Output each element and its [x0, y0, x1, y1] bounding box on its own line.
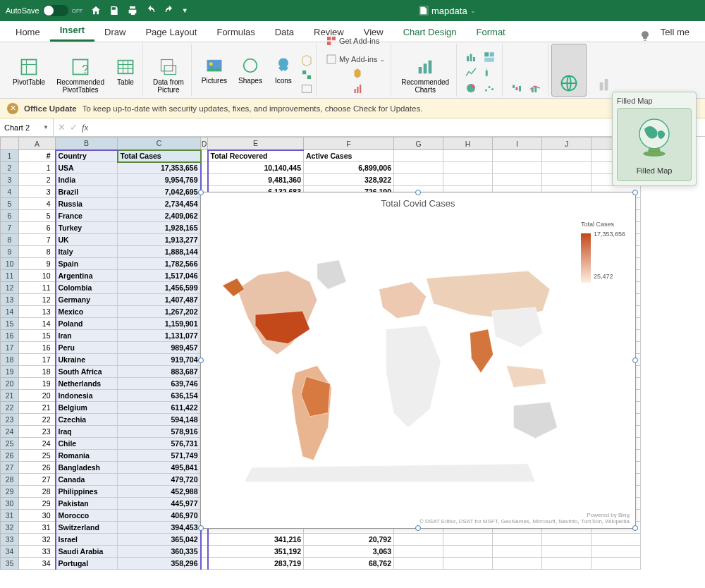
- resize-handle[interactable]: [632, 357, 638, 363]
- cell[interactable]: 1,517,046: [118, 270, 201, 282]
- cell[interactable]: 13: [19, 306, 56, 318]
- cell[interactable]: Romania: [56, 450, 118, 462]
- cell[interactable]: 17,353,656: [118, 162, 201, 174]
- cell[interactable]: 10: [19, 270, 56, 282]
- cell[interactable]: Portugal: [56, 558, 118, 570]
- row-header[interactable]: 25: [1, 438, 19, 450]
- tab-format[interactable]: Format: [467, 23, 515, 42]
- cell[interactable]: [394, 162, 443, 174]
- row-header[interactable]: 21: [1, 390, 19, 402]
- recommended-pivottables-button[interactable]: ? Recommended PivotTables: [52, 56, 109, 95]
- row-header[interactable]: 14: [1, 306, 19, 318]
- cell[interactable]: 611,422: [118, 402, 201, 414]
- my-addins-button[interactable]: My Add-ins⌄: [322, 51, 388, 67]
- row-header[interactable]: 15: [1, 318, 19, 330]
- cell[interactable]: 23: [19, 426, 56, 438]
- cell[interactable]: UK: [56, 234, 118, 246]
- row-header[interactable]: 33: [1, 534, 19, 546]
- cell[interactable]: Argentina: [56, 270, 118, 282]
- cell[interactable]: [542, 546, 591, 558]
- cell[interactable]: [201, 162, 208, 174]
- resize-handle[interactable]: [198, 357, 204, 363]
- row-header[interactable]: 5: [1, 198, 19, 210]
- pictures-button[interactable]: Pictures: [197, 54, 231, 95]
- resize-handle[interactable]: [415, 525, 421, 531]
- cell[interactable]: 22: [19, 414, 56, 426]
- row-header[interactable]: 29: [1, 486, 19, 498]
- cell[interactable]: 19: [19, 378, 56, 390]
- cell[interactable]: 21: [19, 402, 56, 414]
- col-header[interactable]: J: [542, 137, 591, 150]
- name-box[interactable]: Chart 2 ▼: [0, 118, 54, 136]
- 3d-models-icon[interactable]: [300, 54, 313, 67]
- cell[interactable]: 28: [19, 486, 56, 498]
- data-from-picture-button[interactable]: Data from Picture: [149, 56, 188, 95]
- accept-formula-icon[interactable]: ✓: [70, 122, 78, 133]
- col-header[interactable]: C: [118, 137, 201, 150]
- cell[interactable]: Total Recovered: [208, 150, 304, 162]
- col-header[interactable]: D: [201, 137, 208, 150]
- cell[interactable]: [394, 174, 443, 186]
- resize-handle[interactable]: [415, 190, 421, 195]
- stat-chart-button[interactable]: [481, 66, 498, 80]
- cell[interactable]: South Africa: [56, 366, 118, 378]
- cell[interactable]: 33: [19, 546, 56, 558]
- cell[interactable]: [201, 174, 208, 186]
- cell[interactable]: Morocco: [56, 510, 118, 522]
- cell[interactable]: 406,970: [118, 510, 201, 522]
- cell[interactable]: [542, 150, 591, 162]
- cell[interactable]: [542, 162, 591, 174]
- cell[interactable]: 10,140,445: [208, 162, 304, 174]
- cell[interactable]: 351,192: [208, 546, 304, 558]
- cell[interactable]: 283,719: [208, 558, 304, 570]
- cell[interactable]: Iran: [56, 330, 118, 342]
- cell[interactable]: 576,731: [118, 438, 201, 450]
- row-header[interactable]: 6: [1, 210, 19, 222]
- recommended-charts-button[interactable]: Recommended Charts: [397, 56, 453, 95]
- cell[interactable]: 15: [19, 330, 56, 342]
- row-header[interactable]: 32: [1, 522, 19, 534]
- row-header[interactable]: 4: [1, 186, 19, 198]
- autosave-toggle[interactable]: AutoSave OFF: [6, 5, 83, 16]
- cell[interactable]: 394,453: [118, 522, 201, 534]
- cell[interactable]: 29: [19, 498, 56, 510]
- close-update-bar-button[interactable]: ✕: [7, 103, 18, 114]
- cell[interactable]: Turkey: [56, 222, 118, 234]
- row-header[interactable]: 35: [1, 558, 19, 570]
- cell[interactable]: [493, 150, 542, 162]
- cell[interactable]: 27: [19, 474, 56, 486]
- cell[interactable]: 7,042,695: [118, 186, 201, 198]
- cell[interactable]: [591, 534, 641, 546]
- redo-icon[interactable]: [164, 5, 175, 16]
- cell[interactable]: [443, 546, 493, 558]
- cell[interactable]: 31: [19, 522, 56, 534]
- cell[interactable]: 479,720: [118, 474, 201, 486]
- cell[interactable]: 9: [19, 258, 56, 270]
- row-header[interactable]: 17: [1, 342, 19, 354]
- cell[interactable]: [542, 174, 591, 186]
- cell[interactable]: 20,792: [304, 534, 394, 546]
- cell[interactable]: Israel: [56, 534, 118, 546]
- select-all-corner[interactable]: [1, 137, 19, 150]
- cell[interactable]: 68,762: [304, 558, 394, 570]
- cell[interactable]: 8: [19, 246, 56, 258]
- shapes-button[interactable]: Shapes: [234, 54, 266, 95]
- cell[interactable]: 883,687: [118, 366, 201, 378]
- cell[interactable]: 1,888,144: [118, 246, 201, 258]
- resize-handle[interactable]: [198, 190, 204, 195]
- row-header[interactable]: 22: [1, 402, 19, 414]
- cell[interactable]: [394, 558, 443, 570]
- row-header[interactable]: 23: [1, 414, 19, 426]
- cell[interactable]: 2,734,454: [118, 198, 201, 210]
- cell[interactable]: Philippines: [56, 486, 118, 498]
- save-icon[interactable]: [109, 5, 120, 16]
- cell[interactable]: Active Cases: [304, 150, 394, 162]
- cell[interactable]: 2,409,062: [118, 210, 201, 222]
- tab-chart-design[interactable]: Chart Design: [393, 23, 467, 42]
- chart-title[interactable]: Total Covid Cases: [201, 192, 635, 214]
- cell[interactable]: Iraq: [56, 426, 118, 438]
- row-header[interactable]: 19: [1, 366, 19, 378]
- cell[interactable]: [394, 534, 443, 546]
- cell[interactable]: 7: [19, 234, 56, 246]
- cell[interactable]: Country: [56, 150, 118, 162]
